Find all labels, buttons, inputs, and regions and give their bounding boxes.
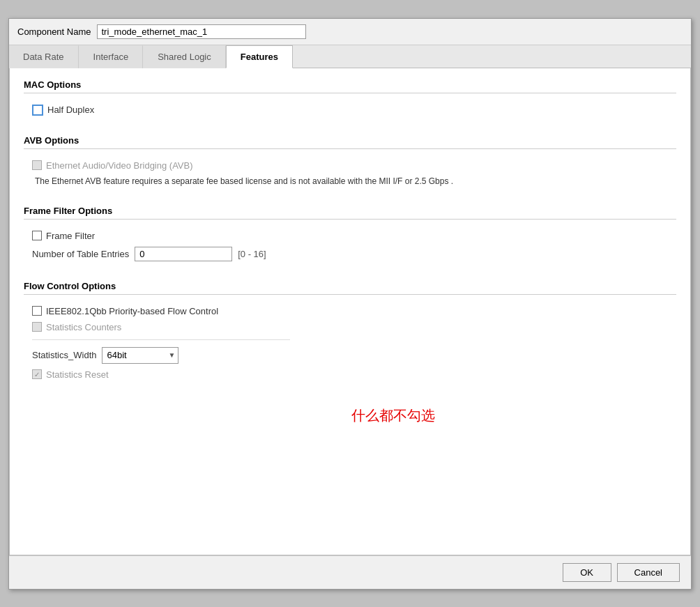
avb-options-section: AVB Options Ethernet Audio/Video Bridgin… xyxy=(24,135,676,194)
footer: OK Cancel xyxy=(9,555,691,589)
ieee-checkbox[interactable] xyxy=(32,306,42,316)
frame-filter-section: Frame Filter Options Frame Filter Number… xyxy=(24,206,676,270)
stats-counters-row: Statistics Counters xyxy=(32,319,676,335)
avb-checkbox[interactable] xyxy=(32,160,42,170)
stats-width-select[interactable]: 64bit 32bit xyxy=(102,348,165,362)
stats-reset-label: Statistics Reset xyxy=(46,369,109,380)
avb-options-body: Ethernet Audio/Video Bridging (AVB) The … xyxy=(24,152,676,194)
stats-width-select-wrapper[interactable]: 64bit 32bit ▼ xyxy=(102,347,178,364)
dialog: Component Name Data Rate Interface Share… xyxy=(8,18,692,590)
stats-reset-row: Statistics Reset xyxy=(32,367,676,383)
ok-button[interactable]: OK xyxy=(563,563,611,582)
mac-options-section: MAC Options Half Duplex xyxy=(24,79,676,124)
avb-checkbox-row: Ethernet Audio/Video Bridging (AVB) xyxy=(32,157,676,174)
frame-filter-row: Frame Filter xyxy=(32,228,676,244)
component-name-row: Component Name xyxy=(9,19,691,45)
component-name-input[interactable] xyxy=(97,24,306,39)
table-entries-input[interactable] xyxy=(135,247,232,261)
stats-reset-checkbox[interactable] xyxy=(32,369,42,379)
avb-options-header: AVB Options xyxy=(24,135,676,149)
stats-counters-checkbox[interactable] xyxy=(32,322,42,332)
table-entries-row: Number of Table Entries [0 - 16] xyxy=(32,244,676,264)
table-entries-label: Number of Table Entries xyxy=(32,249,129,259)
table-entries-range: [0 - 16] xyxy=(238,249,266,259)
flow-control-header: Flow Control Options xyxy=(24,281,676,295)
frame-filter-checkbox[interactable] xyxy=(32,231,42,240)
frame-filter-header: Frame Filter Options xyxy=(24,206,676,220)
tabs-bar: Data Rate Interface Shared Logic Feature… xyxy=(9,45,691,68)
ieee-checkbox-row: IEEE802.1Qbb Priority-based Flow Control xyxy=(32,303,676,319)
tab-features[interactable]: Features xyxy=(226,45,293,68)
tab-interface[interactable]: Interface xyxy=(79,45,144,68)
stats-counters-label: Statistics Counters xyxy=(46,322,121,332)
mac-options-body: Half Duplex xyxy=(24,96,676,124)
half-duplex-row: Half Duplex xyxy=(32,102,676,118)
avb-note: The Ethernet AVB feature requires a sepa… xyxy=(35,174,676,189)
tab-shared-logic[interactable]: Shared Logic xyxy=(143,45,226,68)
chevron-down-icon: ▼ xyxy=(165,351,178,359)
annotation-text: 什么都不勾选 xyxy=(351,406,435,425)
stats-width-row: Statistics_Width 64bit 32bit ▼ xyxy=(32,344,676,367)
mac-options-header: MAC Options xyxy=(24,79,676,93)
half-duplex-checkbox[interactable] xyxy=(32,105,43,116)
tab-data-rate[interactable]: Data Rate xyxy=(9,45,79,68)
stats-width-label: Statistics_Width xyxy=(32,350,96,360)
flow-control-section: Flow Control Options IEEE802.1Qbb Priori… xyxy=(24,281,676,388)
ieee-label: IEEE802.1Qbb Priority-based Flow Control xyxy=(46,306,218,316)
cancel-button[interactable]: Cancel xyxy=(617,563,680,582)
half-duplex-label: Half Duplex xyxy=(47,105,94,115)
stats-divider xyxy=(32,339,290,340)
avb-label: Ethernet Audio/Video Bridging (AVB) xyxy=(46,160,193,171)
component-name-label: Component Name xyxy=(17,26,91,37)
frame-filter-label: Frame Filter xyxy=(46,231,95,241)
frame-filter-body: Frame Filter Number of Table Entries [0 … xyxy=(24,222,676,270)
content-area: MAC Options Half Duplex AVB Options Ethe… xyxy=(9,68,691,555)
flow-control-body: IEEE802.1Qbb Priority-based Flow Control… xyxy=(24,298,676,388)
